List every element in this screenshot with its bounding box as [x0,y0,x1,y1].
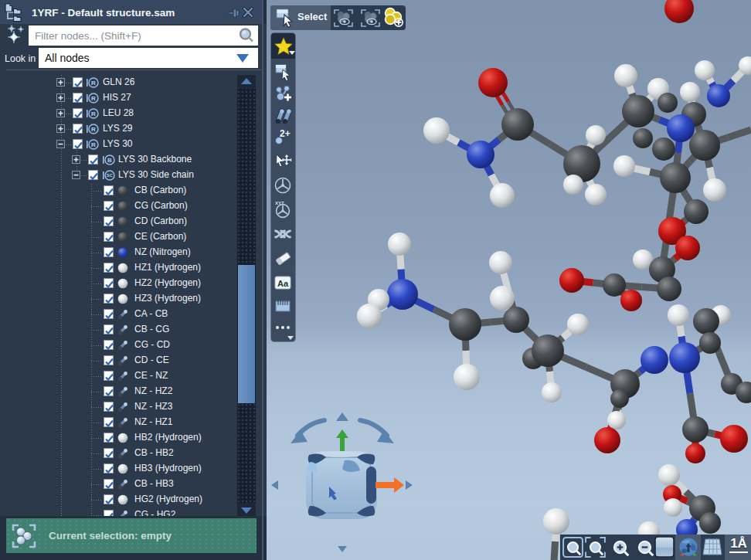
svg-text:R: R [91,95,96,102]
svg-text:R: R [91,80,96,87]
svg-text:2+: 2+ [280,128,291,139]
svg-text:SC: SC [107,173,114,178]
svg-text:R: R [91,110,96,117]
svg-text:Aa: Aa [277,279,289,288]
svg-text:B: B [107,157,112,164]
svg-text:R: R [91,126,96,133]
svg-text:R: R [91,141,96,148]
